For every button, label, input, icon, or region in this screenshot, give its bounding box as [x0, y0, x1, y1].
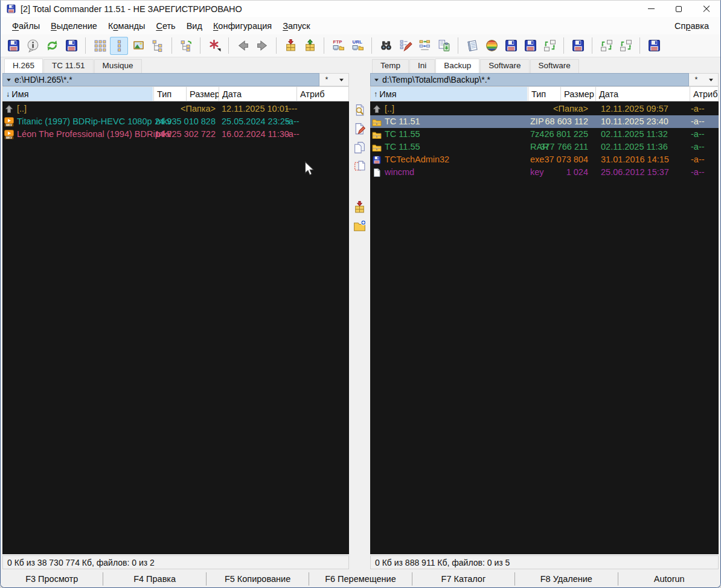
close-button[interactable] [693, 1, 720, 17]
left-tab-tc-11-51[interactable]: TC 11.51 [43, 59, 94, 73]
menu-item-mark[interactable]: Выделение [45, 19, 103, 33]
file-row[interactable]: MKVLéon The Professional (1994) BDRip-H.… [2, 128, 349, 141]
file-name: TC 11.55 [385, 141, 420, 153]
file-row[interactable]: [..]<Папка>12.11.2025 09:57-a-- [370, 103, 719, 115]
copy-fn-button[interactable]: F5 Копирование [207, 570, 309, 587]
branch-view-button[interactable] [177, 37, 195, 55]
edit-button[interactable] [351, 121, 368, 137]
file-row[interactable]: TC 11.55RAR377 766 21102.11.2025 11:36-a… [370, 141, 719, 153]
back-button[interactable] [234, 37, 252, 55]
right-tab-temp[interactable]: Temp [372, 59, 409, 73]
move-button[interactable] [351, 158, 368, 174]
toolbar-separator [458, 37, 458, 54]
move-fn-button[interactable]: F6 Перемещение [309, 570, 411, 587]
pack-button[interactable] [281, 37, 300, 55]
unpack-button[interactable] [301, 37, 319, 55]
menu-help: Справка [669, 19, 714, 33]
colors-button[interactable] [482, 37, 501, 55]
brief-view-icon [93, 39, 107, 53]
swap-panels-button[interactable] [540, 37, 559, 55]
multi-rename-button[interactable] [396, 37, 414, 55]
history-dropdown-button[interactable] [703, 74, 718, 86]
left-current-path[interactable]: e:\HD\H.265\*.* [2, 73, 319, 86]
save-5-button[interactable] [569, 37, 587, 55]
column-header-date[interactable]: Дата [219, 87, 296, 101]
maximize-button[interactable] [665, 1, 693, 17]
menu-item-files[interactable]: Файлы [7, 19, 45, 33]
copy-button[interactable] [351, 139, 368, 156]
mkdir-fn-button[interactable]: F7 Каталог [412, 570, 514, 587]
left-tab-h-265[interactable]: H.265 [4, 59, 43, 73]
file-name-cell: TC 11.55 [372, 128, 420, 141]
info-button[interactable] [24, 37, 42, 55]
save-4-button[interactable] [521, 37, 539, 55]
menu-item-help[interactable]: Справка [669, 19, 714, 33]
view-fn-button[interactable]: F3 Просмотр [1, 570, 103, 587]
file-size: 24 935 010 828 [155, 115, 216, 128]
menu-item-commands[interactable]: Команды [103, 19, 150, 33]
right-tab-ini[interactable]: Ini [409, 59, 435, 73]
history-dropdown-button[interactable] [334, 74, 348, 86]
minimize-button[interactable] [637, 1, 665, 17]
column-header-size[interactable]: Размер [560, 87, 595, 101]
file-name: [..] [385, 103, 394, 115]
filter-star-button[interactable]: * [689, 74, 703, 86]
thumbnails-view-button[interactable] [129, 37, 147, 55]
sync-dirs-icon [418, 39, 432, 53]
left-tab-musique[interactable]: Musique [94, 59, 142, 73]
save-button[interactable] [4, 37, 22, 55]
full-view-button[interactable] [110, 37, 128, 55]
menu-item-show[interactable]: Вид [181, 19, 208, 33]
column-header-attr[interactable]: Атриб [296, 87, 348, 101]
refresh-button[interactable] [43, 37, 61, 55]
left-file-list[interactable]: [..]<Папка>12.11.2025 10:01----MKVTitani… [2, 101, 349, 554]
right-file-list[interactable]: [..]<Папка>12.11.2025 09:57-a--TC 11.51Z… [370, 101, 719, 554]
file-row[interactable]: TC 11.557z426 801 22502.11.2025 11:32-a-… [370, 128, 719, 141]
forward-button[interactable] [253, 37, 271, 55]
column-header-type[interactable]: Тип [528, 87, 560, 101]
save-3-button[interactable] [502, 37, 520, 55]
middle-button-strip [349, 59, 370, 569]
file-row[interactable]: [..]<Папка>12.11.2025 10:01---- [2, 103, 349, 115]
column-header-name[interactable]: ↑Имя [371, 87, 527, 101]
tree-view-button[interactable] [149, 37, 167, 55]
menu-item-net[interactable]: Сеть [150, 19, 181, 33]
autorun-fn-button[interactable]: Autorun [618, 570, 720, 587]
column-header-type[interactable]: Тип [153, 87, 186, 101]
run-tool-button[interactable] [205, 37, 223, 55]
compare-button[interactable] [435, 37, 453, 55]
filter-star-button[interactable]: * [319, 74, 334, 86]
brief-view-button[interactable] [91, 37, 109, 55]
column-header-name[interactable]: ↓Имя [3, 87, 153, 101]
file-row[interactable]: TC 11.51ZIP68 603 11210.11.2025 23:40-a-… [370, 115, 719, 128]
save-6-button[interactable] [645, 37, 663, 55]
right-tab-software[interactable]: Software [480, 59, 529, 73]
file-row[interactable]: MKVTitanic (1997) BDRip-HEVC 1080pmkv24 … [2, 115, 349, 128]
ftp-connect-button[interactable]: FTP [329, 37, 347, 55]
new-folder-button[interactable] [351, 218, 368, 234]
view-button[interactable] [351, 102, 368, 118]
right-tab-software[interactable]: Software [530, 59, 579, 73]
column-header-attr[interactable]: Атриб [690, 87, 718, 101]
swap-panels-2-button[interactable] [597, 37, 615, 55]
ftp-url-button[interactable]: URL [348, 37, 367, 55]
delete-fn-button[interactable]: F8 Удаление [515, 570, 617, 587]
title-bar[interactable]: [2] Total Commander 11.51 - НЕ ЗАРЕГИСТР… [1, 1, 720, 17]
menu-item-start[interactable]: Запуск [277, 19, 315, 33]
sync-dirs-button[interactable] [415, 37, 434, 55]
column-header-date[interactable]: Дата [595, 87, 690, 101]
right-tab-backup[interactable]: Backup [435, 59, 479, 73]
file-date: 31.01.2016 14:15 [601, 153, 669, 166]
menu-item-configuration[interactable]: Конфигурация [208, 19, 277, 33]
search-button[interactable] [377, 37, 395, 55]
swap-panels-3-button[interactable] [617, 37, 635, 55]
pack-icon [353, 200, 367, 214]
pack-button[interactable] [351, 199, 368, 216]
edit-fn-button[interactable]: F4 Правка [103, 570, 205, 587]
right-current-path[interactable]: d:\Temp\Totalcmd\Backup\*.* [370, 73, 689, 86]
column-header-size[interactable]: Размер [186, 87, 219, 101]
save-2-button[interactable] [62, 37, 80, 55]
file-row[interactable]: TCTechAdmin32exe37 073 80431.01.2016 14:… [370, 153, 719, 166]
file-row[interactable]: wincmdkey1 02425.06.2012 15:37-a-- [370, 166, 719, 179]
notepad-button[interactable] [463, 37, 481, 55]
